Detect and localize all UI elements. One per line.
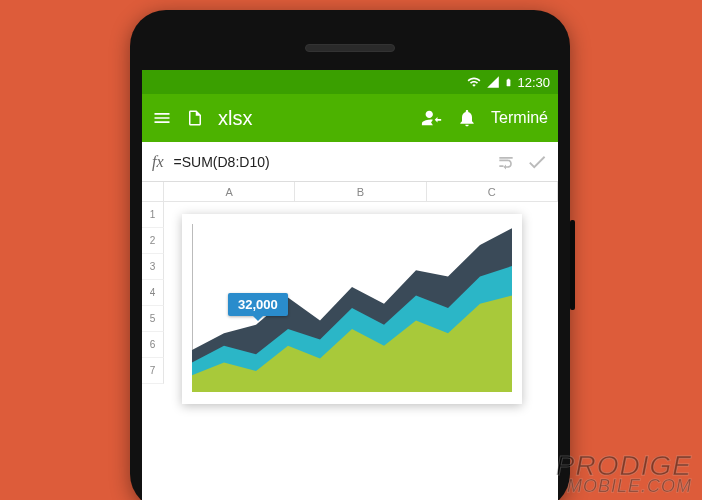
formula-bar: fx [142,142,558,182]
row-headers: 1 2 3 4 5 6 7 [142,202,164,384]
row-header[interactable]: 6 [142,332,164,358]
bell-icon[interactable] [457,108,477,128]
row-header[interactable]: 7 [142,358,164,384]
watermark-line1: PRODIGE [556,453,692,478]
screen: 12:30 xlsx Terminé fx A B C 1 [142,70,558,500]
phone-frame: 12:30 xlsx Terminé fx A B C 1 [130,10,570,500]
column-headers: A B C [142,182,558,202]
clock: 12:30 [517,75,550,90]
share-people-icon[interactable] [421,107,443,129]
row-header[interactable]: 5 [142,306,164,332]
confirm-check-icon[interactable] [526,151,548,173]
menu-icon[interactable] [152,108,172,128]
row-header[interactable]: 3 [142,254,164,280]
spreadsheet-grid[interactable]: A B C 1 2 3 4 5 6 7 32,000 [142,182,558,482]
phone-speaker [305,44,395,52]
battery-icon [504,75,513,90]
col-header[interactable]: C [427,182,558,202]
col-header[interactable]: A [164,182,295,202]
watermark-line2: MOBILE.COM [556,478,692,494]
app-bar: xlsx Terminé [142,94,558,142]
chart-callout-value: 32,000 [238,297,278,312]
status-bar: 12:30 [142,70,558,94]
embedded-chart[interactable]: 32,000 [182,214,522,404]
fx-label: fx [152,153,164,171]
chart-callout: 32,000 [228,293,288,316]
formula-input[interactable] [174,154,486,170]
row-header[interactable]: 2 [142,228,164,254]
document-title: xlsx [218,107,252,130]
phone-volume-button [570,220,575,310]
signal-icon [486,75,500,89]
row-header[interactable]: 4 [142,280,164,306]
wifi-icon [466,75,482,89]
row-header[interactable]: 1 [142,202,164,228]
done-button[interactable]: Terminé [491,109,548,127]
wrap-icon[interactable] [496,152,516,172]
document-icon [186,107,204,129]
col-header[interactable]: B [295,182,426,202]
watermark: PRODIGE MOBILE.COM [556,453,692,494]
